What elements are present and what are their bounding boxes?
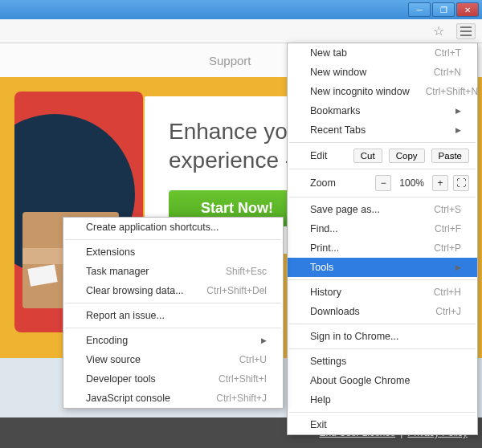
zoom-value: 100% bbox=[396, 177, 427, 189]
paste-button[interactable]: Paste bbox=[431, 149, 469, 163]
copy-button[interactable]: Copy bbox=[389, 149, 425, 163]
submenu-task-manager[interactable]: Task managerShift+Esc bbox=[63, 262, 283, 281]
menu-tools[interactable]: Tools▶ bbox=[288, 258, 477, 277]
submenu-shortcuts[interactable]: Create application shortcuts... bbox=[63, 218, 283, 237]
chevron-right-icon: ▶ bbox=[455, 107, 461, 115]
menu-recent-tabs[interactable]: Recent Tabs▶ bbox=[288, 120, 477, 140]
chevron-right-icon: ▶ bbox=[455, 263, 461, 271]
menu-zoom-row: Zoom − 100% + ⛶ bbox=[288, 172, 477, 194]
menu-button[interactable] bbox=[456, 23, 476, 39]
menu-history[interactable]: HistoryCtrl+H bbox=[288, 283, 477, 302]
menu-incognito[interactable]: New incognito windowCtrl+Shift+N bbox=[288, 82, 477, 101]
menu-help[interactable]: Help bbox=[288, 390, 477, 409]
close-button[interactable]: ✕ bbox=[456, 2, 479, 17]
zoom-out-button[interactable]: − bbox=[375, 175, 391, 191]
menu-find[interactable]: Find...Ctrl+F bbox=[288, 219, 477, 238]
maximize-button[interactable]: ❐ bbox=[432, 2, 455, 17]
fullscreen-button[interactable]: ⛶ bbox=[453, 175, 469, 191]
zoom-in-button[interactable]: + bbox=[432, 175, 448, 191]
chevron-right-icon: ▶ bbox=[455, 126, 461, 134]
window-titlebar: ─ ❐ ✕ bbox=[0, 0, 482, 19]
browser-toolbar: ☆ bbox=[0, 19, 482, 43]
submenu-js-console[interactable]: JavaScript consoleCtrl+Shift+J bbox=[63, 389, 283, 408]
menu-save-as[interactable]: Save page as...Ctrl+S bbox=[288, 200, 477, 219]
menu-new-tab[interactable]: New tabCtrl+T bbox=[288, 43, 477, 63]
nav-support[interactable]: Support bbox=[209, 54, 251, 67]
menu-print[interactable]: Print...Ctrl+P bbox=[288, 238, 477, 258]
cut-button[interactable]: Cut bbox=[353, 149, 382, 163]
menu-about[interactable]: About Google Chrome bbox=[288, 371, 477, 390]
menu-exit[interactable]: Exit bbox=[288, 415, 477, 434]
minimize-button[interactable]: ─ bbox=[408, 2, 431, 17]
tools-submenu: Create application shortcuts... Extensio… bbox=[63, 217, 284, 409]
submenu-view-source[interactable]: View sourceCtrl+U bbox=[63, 350, 283, 369]
menu-downloads[interactable]: DownloadsCtrl+J bbox=[288, 302, 477, 321]
submenu-extensions[interactable]: Extensions bbox=[63, 242, 283, 262]
submenu-clear-data[interactable]: Clear browsing data...Ctrl+Shift+Del bbox=[63, 281, 283, 300]
submenu-developer-tools[interactable]: Developer toolsCtrl+Shift+I bbox=[63, 369, 283, 389]
bookmark-star-icon[interactable]: ☆ bbox=[431, 23, 447, 39]
chrome-main-menu: New tabCtrl+T New windowCtrl+N New incog… bbox=[287, 43, 478, 435]
submenu-report-issue[interactable]: Report an issue... bbox=[63, 306, 283, 325]
chevron-right-icon: ▶ bbox=[261, 336, 267, 344]
menu-edit-row: Edit Cut Copy Paste bbox=[288, 145, 477, 166]
menu-settings[interactable]: Settings bbox=[288, 352, 477, 371]
menu-new-window[interactable]: New windowCtrl+N bbox=[288, 63, 477, 82]
menu-signin[interactable]: Sign in to Chrome... bbox=[288, 327, 477, 346]
submenu-encoding[interactable]: Encoding▶ bbox=[63, 331, 283, 350]
menu-bookmarks[interactable]: Bookmarks▶ bbox=[288, 101, 477, 120]
